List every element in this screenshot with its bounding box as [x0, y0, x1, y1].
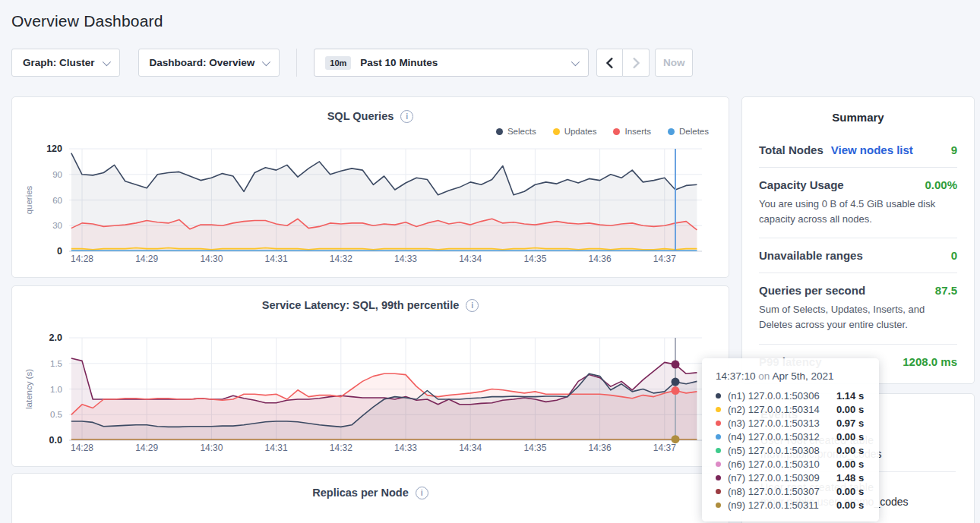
legend-label: Selects: [507, 127, 536, 136]
legend-dot-icon: [613, 128, 620, 135]
svg-text:14:33: 14:33: [394, 254, 417, 264]
series-dot-icon: [716, 475, 721, 480]
chevron-down-icon: [102, 57, 110, 65]
summary-row: Capacity Usage 0.00% You are using 0 B o…: [759, 168, 957, 238]
view-nodes-list-link[interactable]: View nodes list: [831, 143, 913, 156]
page-title: Overview Dashboard: [11, 12, 980, 30]
svg-text:90: 90: [52, 170, 62, 179]
dashboard-controls: Graph: Cluster Dashboard: Overview 10m P…: [11, 49, 980, 77]
chevron-down-icon: [262, 57, 270, 65]
series-dot-icon: [716, 421, 721, 426]
info-icon[interactable]: i: [416, 487, 428, 499]
time-range-label: Past 10 Minutes: [360, 57, 562, 68]
tooltip-node-row: (n7) 127.0.0.1:50309 1.48 s: [716, 471, 865, 484]
legend-item[interactable]: Inserts: [613, 127, 651, 136]
summary-row: Total Nodes View nodes list 9: [759, 133, 957, 168]
tooltip-node-label: (n1) 127.0.0.1:50306: [728, 390, 836, 402]
svg-text:60: 60: [52, 196, 62, 205]
svg-text:14:30: 14:30: [200, 254, 223, 264]
info-icon[interactable]: i: [400, 110, 413, 123]
svg-text:14:31: 14:31: [265, 443, 288, 453]
tooltip-node-value: 0.97 s: [836, 417, 864, 429]
summary-row: Unavailable ranges 0: [759, 238, 957, 273]
summary-row-value: 0.00%: [925, 178, 957, 191]
sql-queries-panel: SQL Queries i Selects Updates: [11, 96, 729, 278]
svg-text:14:36: 14:36: [589, 443, 612, 453]
tooltip-node-row: (n2) 127.0.0.1:50314 0.00 s: [716, 402, 865, 416]
tooltip-node-row: (n1) 127.0.0.1:50306 1.14 s: [716, 389, 865, 402]
sql-queries-chart[interactable]: 14:2814:2914:3014:3114:3214:3314:3414:35…: [21, 138, 721, 267]
svg-text:14:33: 14:33: [394, 443, 417, 453]
tooltip-node-label: (n4) 127.0.0.1:50312: [728, 431, 836, 443]
svg-text:1.0: 1.0: [50, 385, 62, 394]
tooltip-node-label: (n3) 127.0.0.1:50313: [728, 417, 836, 429]
dashboard-dropdown[interactable]: Dashboard: Overview: [138, 49, 280, 77]
svg-text:14:35: 14:35: [523, 254, 546, 264]
summary-title: Summary: [759, 111, 957, 124]
svg-text:14:32: 14:32: [330, 254, 352, 264]
series-dot-icon: [716, 393, 721, 399]
svg-text:30: 30: [52, 221, 62, 230]
series-dot-icon: [716, 489, 721, 494]
tooltip-node-label: (n8) 127.0.0.1:50307: [728, 486, 836, 497]
time-range-selector[interactable]: 10m Past 10 Minutes: [314, 49, 589, 77]
tooltip-node-value: 0.00 s: [836, 431, 864, 443]
legend-dot-icon: [668, 128, 675, 135]
svg-text:120: 120: [46, 143, 62, 154]
service-latency-panel: Service Latency: SQL, 99th percentile i …: [11, 285, 729, 467]
service-latency-chart[interactable]: 14:2814:2914:3014:3114:3214:3314:3414:35…: [21, 327, 721, 456]
now-button[interactable]: Now: [655, 49, 693, 77]
legend-item[interactable]: Deletes: [668, 127, 709, 136]
legend-item[interactable]: Updates: [553, 127, 597, 136]
summary-row-value: 0: [951, 249, 957, 262]
time-next-button[interactable]: [623, 49, 650, 77]
tooltip-rows: (n1) 127.0.0.1:50306 1.14 s (n2) 127.0.0…: [716, 389, 865, 512]
info-icon[interactable]: i: [466, 299, 479, 312]
svg-text:0.0: 0.0: [49, 435, 62, 446]
summary-panel: Summary Total Nodes View nodes list 9: [741, 96, 975, 384]
replicas-per-node-panel: Replicas per Node i: [11, 473, 729, 523]
svg-text:14:36: 14:36: [589, 254, 612, 264]
tooltip-time: 14:37:10: [716, 370, 756, 382]
sql-queries-title: SQL Queries: [327, 110, 394, 122]
tooltip-node-row: (n4) 127.0.0.1:50312 0.00 s: [716, 430, 865, 443]
svg-text:2.0: 2.0: [49, 332, 62, 343]
time-prev-button[interactable]: [596, 49, 623, 77]
sql-queries-legend: Selects Updates Inserts: [21, 124, 719, 138]
summary-row-description: Sum of Selects, Updates, Inserts, and De…: [759, 302, 957, 332]
svg-text:14:34: 14:34: [459, 254, 482, 264]
svg-text:0.5: 0.5: [50, 410, 62, 419]
replicas-per-node-title: Replicas per Node: [312, 487, 409, 499]
summary-row-value: 9: [951, 143, 957, 156]
legend-item[interactable]: Selects: [496, 127, 536, 136]
tooltip-node-label: (n6) 127.0.0.1:50310: [728, 458, 836, 470]
svg-text:queries: queries: [24, 185, 33, 214]
graph-scope-label: Graph: Cluster: [23, 57, 95, 68]
tooltip-node-value: 1.48 s: [836, 472, 864, 484]
tooltip-node-label: (n9) 127.0.0.1:50311: [728, 499, 836, 511]
chevron-right-icon: [632, 57, 640, 69]
tooltip-node-row: (n5) 127.0.0.1:50308 0.00 s: [716, 443, 865, 457]
legend-dot-icon: [496, 128, 503, 135]
tooltip-node-row: (n9) 127.0.0.1:50311 0.00 s: [716, 498, 865, 512]
svg-text:1.5: 1.5: [50, 359, 62, 368]
svg-text:14:29: 14:29: [135, 443, 158, 453]
svg-text:latency (s): latency (s): [24, 369, 33, 409]
summary-row: Queries per second 87.5 Sum of Selects, …: [759, 273, 957, 344]
svg-text:14:35: 14:35: [523, 443, 546, 453]
summary-rows: Total Nodes View nodes list 9 Capacity U…: [759, 133, 957, 379]
svg-text:14:28: 14:28: [71, 443, 93, 453]
tooltip-node-label: (n7) 127.0.0.1:50309: [728, 472, 836, 484]
time-range-badge: 10m: [325, 56, 351, 70]
svg-text:14:30: 14:30: [200, 443, 223, 453]
series-dot-icon: [716, 434, 721, 440]
tooltip-node-row: (n8) 127.0.0.1:50307 0.00 s: [716, 484, 865, 498]
summary-row-label: Queries per second: [759, 284, 865, 297]
summary-row-label: Total Nodes: [759, 143, 824, 156]
time-nav-buttons: [596, 49, 650, 77]
tooltip-date: Apr 5th, 2021: [772, 370, 833, 382]
legend-label: Updates: [564, 127, 597, 136]
series-dot-icon: [716, 503, 721, 508]
graph-scope-dropdown[interactable]: Graph: Cluster: [11, 49, 120, 77]
svg-text:14:37: 14:37: [653, 443, 676, 453]
